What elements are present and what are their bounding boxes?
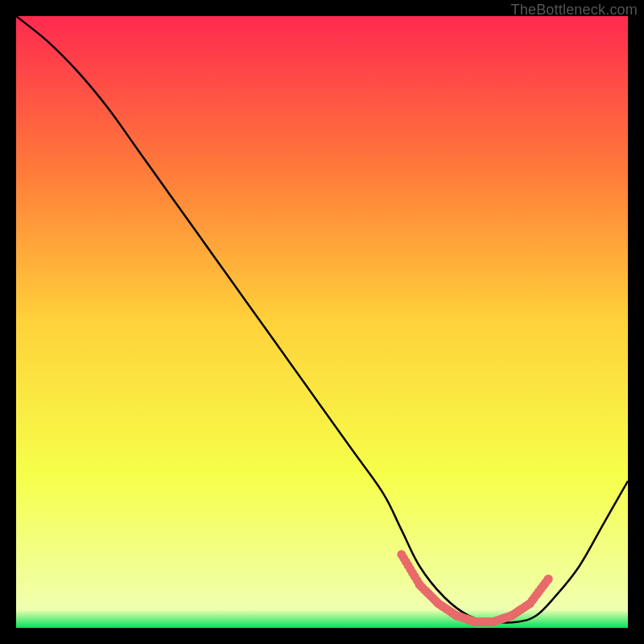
watermark-text: TheBottleneck.com (511, 2, 638, 19)
chart-frame (16, 16, 628, 628)
chart-svg (16, 16, 628, 628)
optimal-dot (544, 575, 553, 584)
